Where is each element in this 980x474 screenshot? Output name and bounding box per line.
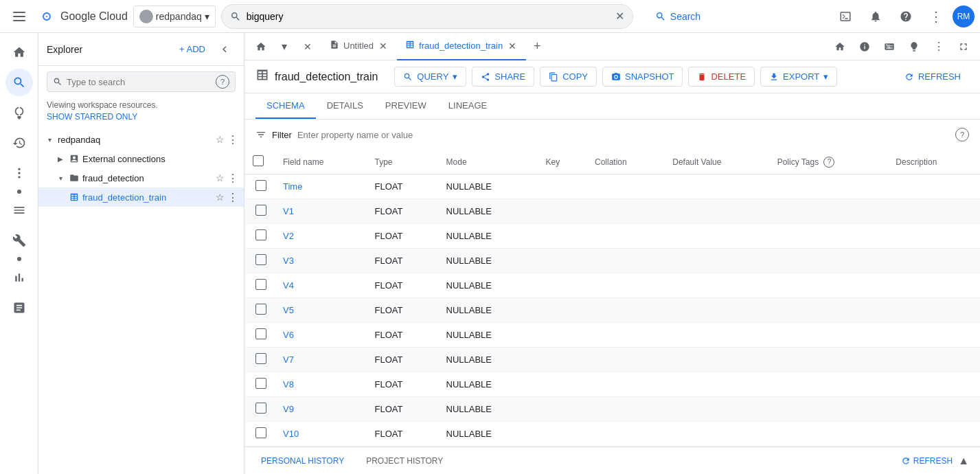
refresh-button[interactable]: REFRESH [896,67,969,86]
table-row: Time FLOAT NULLABLE [244,174,980,199]
notifications-icon-btn[interactable] [862,3,889,30]
row-checkbox-8[interactable] [255,378,266,389]
tab-info-home-btn[interactable] [829,36,851,58]
tab-fraud-train[interactable]: fraud_detection_train ✕ [397,33,526,60]
table-label: fraud_detection_train [82,192,213,203]
field-desc-8 [887,372,980,397]
tree-item-table[interactable]: fraud_detection_train ☆ ⋮ [38,188,244,207]
tab-fraud-close-btn[interactable]: ✕ [507,41,518,51]
sub-tabs: SCHEMA DETAILS PREVIEW LINEAGE [244,93,980,120]
global-search-input[interactable] [247,11,610,22]
more-options-icon-btn[interactable]: ⋮ [922,3,950,30]
tab-home-btn[interactable] [250,36,272,58]
row-checkbox-3[interactable] [255,254,266,265]
field-name-link-9[interactable]: V9 [283,404,294,414]
side-connections-btn[interactable] [5,159,33,187]
row-checkbox-7[interactable] [255,353,266,364]
field-name-link-0[interactable]: Time [283,181,302,192]
sub-tab-schema[interactable]: SCHEMA [255,93,316,119]
row-checkbox-10[interactable] [255,427,266,438]
dataset-more-icon[interactable]: ⋮ [227,172,238,185]
snapshot-button[interactable]: SNAPSHOT [602,67,683,87]
tab-bulb-btn[interactable] [903,36,925,58]
table-more-icon[interactable]: ⋮ [227,191,238,204]
header-checkbox[interactable] [253,155,264,166]
field-name-link-8[interactable]: V8 [283,379,294,390]
project-selector[interactable]: redpandaq ▾ [133,5,216,27]
filter-row: Filter ? [244,120,980,150]
side-search-btn[interactable] [5,69,33,96]
field-policy-1 [769,199,888,224]
show-starred-link[interactable]: SHOW STARRED ONLY [47,112,137,122]
query-button[interactable]: QUERY ▾ [394,67,466,87]
menu-icon[interactable] [5,3,33,30]
field-name-link-5[interactable]: V5 [283,305,294,315]
field-name-link-6[interactable]: V6 [283,330,294,340]
project-star-icon[interactable]: ☆ [216,134,225,145]
field-name-link-7[interactable]: V7 [283,354,294,365]
project-more-icon[interactable]: ⋮ [227,133,238,146]
tab-info-btn[interactable] [854,36,876,58]
tab-expand-btn[interactable] [953,36,975,58]
user-avatar[interactable]: RM [953,5,975,27]
filter-help-icon[interactable]: ? [955,128,969,142]
explorer-search-input[interactable] [67,77,212,87]
bottom-refresh-label: REFRESH [913,456,953,466]
export-button[interactable]: EXPORT ▾ [760,67,837,87]
tab-home-close-btn[interactable]: ✕ [297,36,319,58]
field-mode-9: NULLABLE [438,397,538,422]
add-button[interactable]: + ADD [174,41,211,57]
field-name-link-3[interactable]: V3 [283,256,294,266]
sub-tab-details[interactable]: DETAILS [316,93,374,119]
field-policy-4 [769,273,888,298]
side-home-btn[interactable] [5,38,33,66]
side-history2-btn[interactable] [5,294,33,321]
tab-untitled[interactable]: Untitled ✕ [321,33,397,60]
side-schedule-btn[interactable] [5,196,33,224]
tree-item-dataset[interactable]: ▾ fraud_detection ☆ ⋮ [38,168,244,188]
side-history-btn[interactable] [5,129,33,157]
tab-add-btn[interactable]: + [526,36,548,58]
project-history-tab[interactable]: PROJECT HISTORY [361,453,448,469]
sub-tab-preview[interactable]: PREVIEW [374,93,437,119]
search-button[interactable]: Search [644,7,711,26]
share-button[interactable]: SHARE [472,67,534,87]
sub-tab-lineage[interactable]: LINEAGE [437,93,498,119]
filter-input[interactable] [297,130,950,140]
collapse-panel-btn[interactable] [214,38,236,60]
terminal-icon-btn[interactable] [832,3,859,30]
row-checkbox-1[interactable] [255,205,266,216]
global-search-bar[interactable]: ✕ [221,4,633,29]
tab-untitled-close-btn[interactable]: ✕ [378,41,389,51]
help-icon-btn[interactable] [892,3,920,30]
search-help-icon[interactable]: ? [216,75,229,89]
row-checkbox-6[interactable] [255,328,266,339]
tab-keyboard-btn[interactable] [878,36,900,58]
field-name-link-2[interactable]: V2 [283,231,294,241]
field-name-link-1[interactable]: V1 [283,206,294,216]
row-checkbox-4[interactable] [255,279,266,290]
delete-button[interactable]: DELETE [688,67,755,87]
row-checkbox-9[interactable] [255,403,266,414]
copy-button[interactable]: COPY [540,67,597,87]
field-name-link-10[interactable]: V10 [283,429,299,439]
search-clear-icon[interactable]: ✕ [615,10,624,23]
policy-tags-help[interactable]: ? [823,157,834,168]
bottom-collapse-btn[interactable]: ▲ [958,455,969,467]
tab-more-btn[interactable]: ⋮ [928,36,950,58]
row-checkbox-2[interactable] [255,229,266,240]
field-collation-10 [586,422,664,447]
tab-home-dropdown-btn[interactable]: ▾ [273,36,295,58]
field-name-link-4[interactable]: V4 [283,280,294,291]
tree-item-external[interactable]: ▶ External connections ⋮ [38,149,244,168]
row-checkbox-5[interactable] [255,304,266,315]
side-chart-btn[interactable] [5,264,33,291]
tree-item-project[interactable]: ▾ redpandaq ☆ ⋮ [38,130,244,149]
table-star-icon[interactable]: ☆ [216,192,225,203]
side-tools-btn[interactable] [5,227,33,254]
bottom-refresh-btn[interactable]: REFRESH [901,456,953,466]
dataset-star-icon[interactable]: ☆ [216,172,225,183]
row-checkbox-0[interactable] [255,180,266,191]
side-tune-btn[interactable] [5,99,33,126]
personal-history-tab[interactable]: PERSONAL HISTORY [255,453,350,469]
